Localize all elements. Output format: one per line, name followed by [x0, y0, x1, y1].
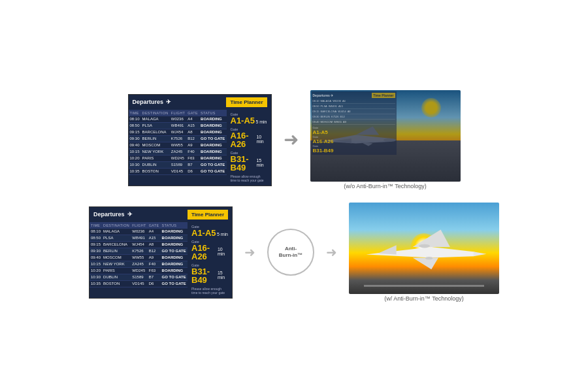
board-header-top: Departures ✈ Time Planner: [129, 95, 271, 110]
cell-dest: BOSTON: [102, 280, 131, 287]
time-planner-panel-bottom: Gate A1-A5 5 min Gate A16-A26 10 min Gat…: [188, 222, 232, 298]
cell-dest: MOSCOM: [102, 254, 131, 261]
tp-gate-row-inner: A16-A26 10 min: [191, 244, 228, 261]
cell-gate: A9: [186, 142, 199, 148]
tp-gate-name: B31-B49: [191, 267, 218, 284]
tp-gate-row: Gate A1-A5 5 min: [231, 112, 267, 125]
board-title-top: Departures ✈: [133, 99, 172, 105]
airplane-scene: [349, 203, 499, 294]
cell-time: 09:15: [129, 129, 141, 135]
cell-status: BOARDING: [161, 261, 188, 267]
table-row: 10:20 PARIS WD245 F63 BOARDING: [90, 267, 188, 274]
ghost-row: 08:10MALAGAW0236A4: [313, 99, 395, 104]
cell-time: 10:20: [129, 155, 141, 161]
table-row: 10:15 NEW YORK ZA245 F40 BOARDING: [90, 261, 188, 267]
ghost-gate-name-3: B31-B49: [313, 148, 395, 154]
tp-gate-row: Gate B31-B49 15 min: [191, 263, 228, 284]
cell-status: BOARDING: [199, 122, 226, 129]
cell-gate: B7: [148, 274, 161, 280]
cell-time: 08:10: [129, 116, 141, 123]
table-row: 09:40 MOSCOM WW55 A9 BOARDING: [129, 142, 227, 148]
cell-gate: A8: [186, 129, 199, 135]
cell-gate: F63: [186, 155, 199, 161]
cell-time: 10:20: [90, 267, 102, 274]
cell-gate: A8: [148, 241, 161, 248]
cell-status: GO TO GATE: [161, 248, 188, 254]
ghost-rows: 08:10MALAGAW0236A408:50PLSAWB491A1509:15…: [313, 99, 395, 125]
departures-label-bottom: Departures: [93, 211, 125, 218]
tp-gate-row-inner: A1-A5 5 min: [191, 229, 228, 237]
board-body-bottom: TIME DESTINATION FLIGHT GATE STATUS 08:1…: [90, 222, 232, 298]
cell-gate: F40: [148, 261, 161, 267]
cell-flight: WB491: [131, 235, 148, 241]
cell-status: GO TO GATE: [199, 161, 226, 168]
col-flight-bottom: FLIGHT: [131, 222, 148, 229]
tp-gate-row-inner: A16-A26 10 min: [231, 131, 267, 148]
cell-gate: A15: [148, 235, 161, 241]
tp-footer-bottom: Please allow enoughtime to reach your ga…: [191, 287, 228, 295]
tp-gate-time: 10 min: [218, 247, 228, 256]
cell-time: 08:10: [90, 229, 102, 235]
board-title-bottom: Departures ✈: [93, 211, 133, 218]
main-container: Departures ✈ Time Planner TIME DESTINATI…: [0, 0, 588, 392]
runway-scene-top: Departures ✈ Time Planner 08:10MALAGAW02…: [310, 90, 461, 182]
cell-time: 08:50: [90, 235, 102, 241]
departure-board-top: Departures ✈ Time Planner TIME DESTINATI…: [128, 94, 272, 186]
cell-time: 09:40: [90, 254, 102, 261]
table-row: 10:30 DUBLIN S1589 B7 GO TO GATE: [129, 161, 227, 168]
cell-time: 10:30: [90, 274, 102, 280]
time-planner-header-top: Time Planner: [226, 97, 267, 107]
cell-gate: A4: [186, 116, 199, 123]
arrow-bottom-1: ➜: [244, 244, 255, 260]
cell-time: 10:15: [129, 148, 141, 155]
cell-gate: D6: [148, 280, 161, 287]
cell-flight: K7526: [131, 248, 148, 254]
cell-status: BOARDING: [199, 142, 226, 148]
cell-time: 08:50: [129, 122, 141, 129]
cell-time: 09:15: [90, 241, 102, 248]
cell-gate: A9: [148, 254, 161, 261]
cell-flight: WD245: [131, 267, 148, 274]
bottom-row: Departures ✈ Time Planner TIME DESTINATI…: [89, 203, 499, 302]
cell-status: GO TO GATE: [161, 274, 188, 280]
cell-dest: NEW YORK: [141, 148, 170, 155]
flight-table-top: TIME DESTINATION FLIGHT GATE STATUS 08:1…: [129, 110, 227, 186]
tp-gate-time: 5 min: [255, 120, 267, 124]
cell-dest: PLSA: [141, 122, 170, 129]
cell-status: BOARDING: [199, 148, 226, 155]
cell-dest: BOSTON: [141, 168, 170, 174]
col-gate-bottom: GATE: [148, 222, 161, 229]
col-time-bottom: TIME: [90, 222, 102, 229]
col-dest-top: DESTINATION: [141, 110, 170, 116]
cell-dest: BARCELONA: [141, 129, 170, 135]
cell-flight: K7526: [170, 135, 187, 142]
departure-board-bottom: Departures ✈ Time Planner TIME DESTINATI…: [89, 206, 233, 299]
cell-time: 09:30: [90, 248, 102, 254]
cell-dest: MALAGA: [102, 229, 131, 235]
ghost-gates: Gate A1-A5 Gate A16-A26 Gate B31-B49: [313, 126, 395, 154]
table-row: 08:10 MALAGA W0236 A4 BOARDING: [129, 116, 227, 123]
cell-flight: VD145: [170, 168, 187, 174]
anti-burn-circle: Anti-Burn-in™: [267, 229, 314, 276]
flight-table-bottom: TIME DESTINATION FLIGHT GATE STATUS 08:1…: [90, 222, 188, 298]
cell-gate: B7: [186, 161, 199, 168]
cell-status: GO TO GATE: [161, 280, 188, 287]
col-status-bottom: STATUS: [161, 222, 188, 229]
cell-gate: A4: [148, 229, 161, 235]
cell-dest: BERLIN: [102, 248, 131, 254]
cell-flight: WJ454: [170, 129, 187, 135]
tp-gate-row: Gate A16-A26 10 min: [191, 240, 228, 261]
cell-dest: MALAGA: [141, 116, 170, 123]
top-row: Departures ✈ Time Planner TIME DESTINATI…: [128, 90, 461, 189]
flight-table-element-top: TIME DESTINATION FLIGHT GATE STATUS 08:1…: [129, 110, 227, 175]
tp-gate-row: Gate B31-B49 15 min: [231, 151, 267, 172]
cell-gate: B12: [148, 248, 161, 254]
table-row: 10:35 BOSTON VD145 D6 GO TO GATE: [129, 168, 227, 174]
cell-gate: F63: [148, 267, 161, 274]
cell-time: 09:40: [129, 142, 141, 148]
table-row: 10:35 BOSTON VD145 D6 GO TO GATE: [90, 280, 188, 287]
svg-point-1: [419, 244, 430, 248]
cell-status: BOARDING: [199, 155, 226, 161]
cell-dest: PARIS: [141, 155, 170, 161]
ghost-row: 09:30BERLINK7526B12: [313, 114, 395, 120]
